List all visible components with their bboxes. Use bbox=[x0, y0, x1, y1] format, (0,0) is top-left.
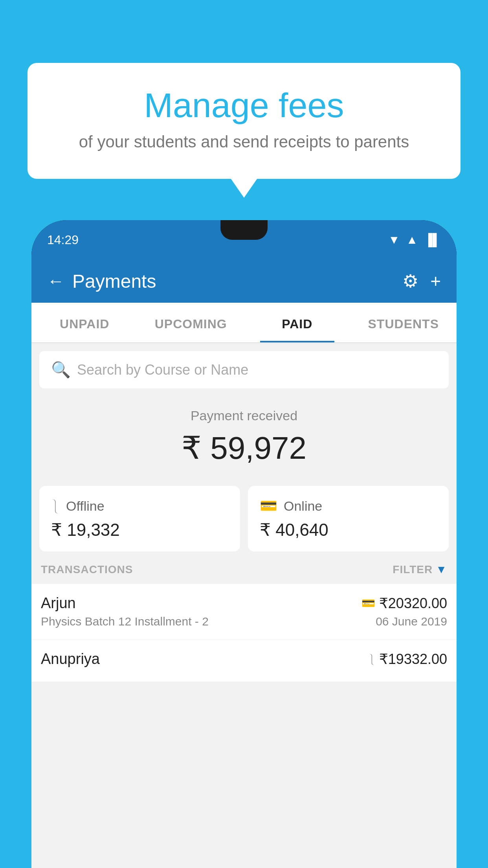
student-name-2: Anupriya bbox=[41, 651, 100, 668]
header-left: ← Payments bbox=[47, 270, 156, 292]
status-time: 14:29 bbox=[47, 233, 79, 247]
phone-frame: 14:29 ▼ ▲ ▐▌ ← Payments ⚙ + UNPAID UPCOM… bbox=[31, 220, 457, 868]
tab-paid[interactable]: PAID bbox=[244, 303, 350, 342]
transaction-row[interactable]: Arjun 💳 ₹20320.00 Physics Batch 12 Insta… bbox=[31, 584, 457, 640]
cash-payment-icon: ⎱ bbox=[369, 653, 375, 666]
status-icons: ▼ ▲ ▐▌ bbox=[388, 233, 441, 246]
add-button[interactable]: + bbox=[430, 270, 441, 292]
header-right: ⚙ + bbox=[402, 270, 441, 292]
battery-icon: ▐▌ bbox=[424, 233, 441, 246]
gear-icon[interactable]: ⚙ bbox=[402, 270, 418, 292]
offline-amount: ₹ 19,332 bbox=[51, 520, 228, 540]
wifi-icon: ▼ bbox=[388, 233, 400, 246]
back-button[interactable]: ← bbox=[47, 271, 64, 291]
page-title: Payments bbox=[72, 270, 156, 292]
filter-icon: ▼ bbox=[436, 563, 447, 576]
course-info-1: Physics Batch 12 Installment - 2 bbox=[41, 615, 209, 628]
cards-row: ⎱ Offline ₹ 19,332 💳 Online ₹ 40,640 bbox=[39, 486, 449, 552]
tab-students[interactable]: STUDENTS bbox=[350, 303, 457, 342]
tx-amount-2: ₹19332.00 bbox=[379, 651, 447, 668]
tab-bar: UNPAID UPCOMING PAID STUDENTS bbox=[31, 303, 457, 343]
transaction-list: Arjun 💳 ₹20320.00 Physics Batch 12 Insta… bbox=[31, 584, 457, 682]
transactions-header: TRANSACTIONS FILTER ▼ bbox=[31, 552, 457, 584]
filter-button[interactable]: FILTER ▼ bbox=[393, 563, 447, 576]
bubble-title: Manage fees bbox=[47, 86, 441, 125]
speech-bubble: Manage fees of your students and send re… bbox=[28, 63, 460, 179]
bubble-subtitle: of your students and send receipts to pa… bbox=[47, 132, 441, 151]
offline-card: ⎱ Offline ₹ 19,332 bbox=[39, 486, 240, 552]
tab-upcoming[interactable]: UPCOMING bbox=[138, 303, 244, 342]
tab-unpaid[interactable]: UNPAID bbox=[31, 303, 138, 342]
offline-card-top: ⎱ Offline bbox=[51, 498, 228, 514]
status-bar: 14:29 ▼ ▲ ▐▌ bbox=[31, 220, 457, 259]
tx-amount-1: ₹20320.00 bbox=[379, 595, 447, 612]
app-header: ← Payments ⚙ + bbox=[31, 259, 457, 303]
notch bbox=[220, 220, 268, 240]
amount-wrap-1: 💳 ₹20320.00 bbox=[361, 595, 447, 612]
card-payment-icon: 💳 bbox=[361, 597, 375, 610]
search-input[interactable]: Search by Course or Name bbox=[77, 362, 248, 378]
search-container[interactable]: 🔍 Search by Course or Name bbox=[39, 351, 449, 388]
search-icon: 🔍 bbox=[51, 360, 71, 379]
amount-wrap-2: ⎱ ₹19332.00 bbox=[369, 651, 447, 668]
offline-label: Offline bbox=[66, 498, 105, 514]
transaction-bottom-1: Physics Batch 12 Installment - 2 06 June… bbox=[41, 615, 447, 628]
signal-icon: ▲ bbox=[406, 233, 418, 246]
online-card-top: 💳 Online bbox=[260, 498, 437, 514]
transactions-label: TRANSACTIONS bbox=[41, 563, 133, 576]
transaction-top-1: Arjun 💳 ₹20320.00 bbox=[41, 595, 447, 612]
online-amount: ₹ 40,640 bbox=[260, 520, 437, 540]
transaction-top-2: Anupriya ⎱ ₹19332.00 bbox=[41, 651, 447, 668]
payment-label: Payment received bbox=[39, 408, 449, 423]
phone-content: 🔍 Search by Course or Name Payment recei… bbox=[31, 343, 457, 868]
student-name-1: Arjun bbox=[41, 595, 76, 612]
online-card: 💳 Online ₹ 40,640 bbox=[248, 486, 449, 552]
transaction-row-2[interactable]: Anupriya ⎱ ₹19332.00 bbox=[31, 640, 457, 682]
card-icon: 💳 bbox=[260, 498, 277, 514]
online-label: Online bbox=[284, 498, 322, 514]
cash-icon: ⎱ bbox=[51, 498, 60, 514]
payment-section: Payment received ₹ 59,972 bbox=[31, 388, 457, 478]
payment-amount: ₹ 59,972 bbox=[39, 430, 449, 466]
tx-date-1: 06 June 2019 bbox=[376, 615, 447, 628]
